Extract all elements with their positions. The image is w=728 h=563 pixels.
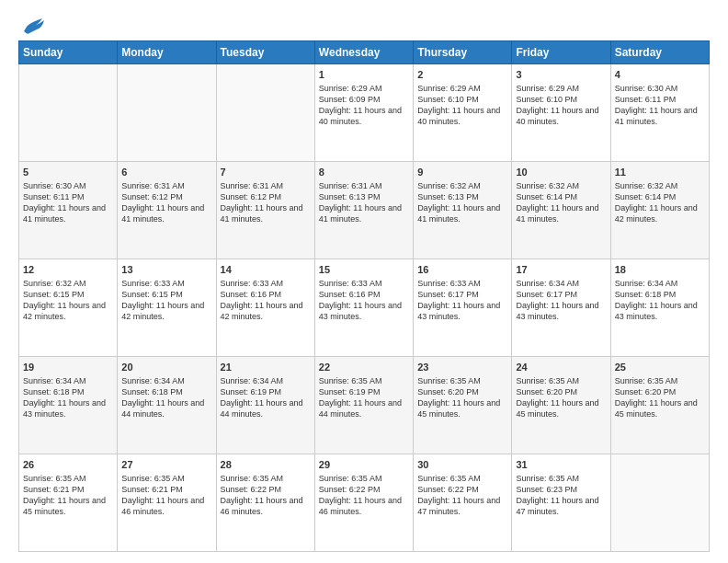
calendar-cell: 1Sunrise: 6:29 AMSunset: 6:09 PMDaylight… [314,64,413,162]
logo [18,15,46,31]
calendar-cell: 15Sunrise: 6:33 AMSunset: 6:16 PMDayligh… [314,259,413,357]
weekday-header-monday: Monday [118,41,216,64]
day-info: Sunrise: 6:34 AMSunset: 6:18 PMDaylight:… [121,375,211,420]
day-number: 22 [319,361,409,374]
calendar-cell: 23Sunrise: 6:35 AMSunset: 6:20 PMDayligh… [414,357,512,454]
day-info: Sunrise: 6:35 AMSunset: 6:20 PMDaylight:… [615,375,705,420]
day-number: 2 [417,68,507,82]
day-number: 1 [319,68,409,82]
calendar-cell: 2Sunrise: 6:29 AMSunset: 6:10 PMDaylight… [414,64,512,162]
logo-bird-icon [20,15,46,35]
day-info: Sunrise: 6:30 AMSunset: 6:11 PMDaylight:… [615,83,705,128]
day-info: Sunrise: 6:35 AMSunset: 6:22 PMDaylight:… [319,473,409,518]
calendar-cell: 25Sunrise: 6:35 AMSunset: 6:20 PMDayligh… [610,357,709,454]
week-row-1: 1Sunrise: 6:29 AMSunset: 6:09 PMDaylight… [19,64,710,162]
calendar-cell: 8Sunrise: 6:31 AMSunset: 6:13 PMDaylight… [314,162,413,259]
calendar-cell: 21Sunrise: 6:34 AMSunset: 6:19 PMDayligh… [216,357,314,454]
calendar-cell: 29Sunrise: 6:35 AMSunset: 6:22 PMDayligh… [314,454,413,552]
calendar-cell: 28Sunrise: 6:35 AMSunset: 6:22 PMDayligh… [216,454,314,552]
day-number: 11 [615,166,705,179]
day-info: Sunrise: 6:32 AMSunset: 6:15 PMDaylight:… [23,278,113,323]
calendar-cell: 22Sunrise: 6:35 AMSunset: 6:19 PMDayligh… [314,357,413,454]
day-number: 28 [221,458,311,472]
day-number: 31 [516,458,606,472]
calendar-cell: 20Sunrise: 6:34 AMSunset: 6:18 PMDayligh… [118,357,216,454]
calendar-cell: 14Sunrise: 6:33 AMSunset: 6:16 PMDayligh… [216,259,314,357]
weekday-header-wednesday: Wednesday [314,41,413,64]
day-info: Sunrise: 6:34 AMSunset: 6:18 PMDaylight:… [615,278,705,323]
day-number: 23 [417,361,507,374]
day-number: 30 [417,458,507,472]
calendar-cell: 26Sunrise: 6:35 AMSunset: 6:21 PMDayligh… [19,454,118,552]
calendar-cell: 4Sunrise: 6:30 AMSunset: 6:11 PMDaylight… [610,64,709,162]
day-number: 21 [221,361,311,374]
day-number: 15 [319,263,409,277]
calendar-cell: 13Sunrise: 6:33 AMSunset: 6:15 PMDayligh… [118,259,216,357]
day-number: 6 [121,166,211,179]
day-number: 12 [23,263,113,277]
calendar-cell: 12Sunrise: 6:32 AMSunset: 6:15 PMDayligh… [19,259,118,357]
day-info: Sunrise: 6:33 AMSunset: 6:17 PMDaylight:… [417,278,507,323]
day-info: Sunrise: 6:31 AMSunset: 6:12 PMDaylight:… [121,180,211,225]
calendar-cell [19,64,118,162]
day-number: 29 [319,458,409,472]
day-info: Sunrise: 6:34 AMSunset: 6:19 PMDaylight:… [221,375,311,420]
weekday-header-friday: Friday [512,41,610,64]
calendar-cell [610,454,709,552]
day-info: Sunrise: 6:34 AMSunset: 6:18 PMDaylight:… [23,375,113,420]
day-info: Sunrise: 6:30 AMSunset: 6:11 PMDaylight:… [23,180,113,225]
day-number: 10 [516,166,606,179]
week-row-3: 12Sunrise: 6:32 AMSunset: 6:15 PMDayligh… [19,259,710,357]
week-row-4: 19Sunrise: 6:34 AMSunset: 6:18 PMDayligh… [19,357,710,454]
calendar-cell: 11Sunrise: 6:32 AMSunset: 6:14 PMDayligh… [610,162,709,259]
calendar-cell: 7Sunrise: 6:31 AMSunset: 6:12 PMDaylight… [216,162,314,259]
calendar-cell: 18Sunrise: 6:34 AMSunset: 6:18 PMDayligh… [610,259,709,357]
day-number: 9 [417,166,507,179]
calendar-cell: 31Sunrise: 6:35 AMSunset: 6:23 PMDayligh… [512,454,610,552]
day-info: Sunrise: 6:32 AMSunset: 6:13 PMDaylight:… [417,180,507,225]
page: SundayMondayTuesdayWednesdayThursdayFrid… [0,0,728,563]
day-number: 18 [615,263,705,277]
weekday-header-tuesday: Tuesday [216,41,314,64]
calendar-cell: 5Sunrise: 6:30 AMSunset: 6:11 PMDaylight… [19,162,118,259]
day-number: 20 [121,361,211,374]
week-row-5: 26Sunrise: 6:35 AMSunset: 6:21 PMDayligh… [19,454,710,552]
day-info: Sunrise: 6:32 AMSunset: 6:14 PMDaylight:… [615,180,705,225]
day-number: 14 [221,263,311,277]
day-info: Sunrise: 6:35 AMSunset: 6:21 PMDaylight:… [23,473,113,518]
calendar-cell: 9Sunrise: 6:32 AMSunset: 6:13 PMDaylight… [414,162,512,259]
day-info: Sunrise: 6:33 AMSunset: 6:16 PMDaylight:… [319,278,409,323]
day-number: 4 [615,68,705,82]
day-info: Sunrise: 6:35 AMSunset: 6:19 PMDaylight:… [319,375,409,420]
week-row-2: 5Sunrise: 6:30 AMSunset: 6:11 PMDaylight… [19,162,710,259]
calendar-cell [216,64,314,162]
calendar-cell [118,64,216,162]
day-info: Sunrise: 6:35 AMSunset: 6:20 PMDaylight:… [516,375,606,420]
day-number: 27 [121,458,211,472]
day-info: Sunrise: 6:35 AMSunset: 6:20 PMDaylight:… [417,375,507,420]
calendar-cell: 17Sunrise: 6:34 AMSunset: 6:17 PMDayligh… [512,259,610,357]
day-number: 5 [23,166,113,179]
day-info: Sunrise: 6:29 AMSunset: 6:10 PMDaylight:… [417,83,507,128]
day-info: Sunrise: 6:29 AMSunset: 6:09 PMDaylight:… [319,83,409,128]
day-number: 16 [417,263,507,277]
day-info: Sunrise: 6:31 AMSunset: 6:13 PMDaylight:… [319,180,409,225]
calendar-cell: 19Sunrise: 6:34 AMSunset: 6:18 PMDayligh… [19,357,118,454]
day-info: Sunrise: 6:33 AMSunset: 6:16 PMDaylight:… [221,278,311,323]
day-info: Sunrise: 6:35 AMSunset: 6:21 PMDaylight:… [121,473,211,518]
day-number: 24 [516,361,606,374]
calendar-cell: 10Sunrise: 6:32 AMSunset: 6:14 PMDayligh… [512,162,610,259]
day-number: 13 [121,263,211,277]
day-info: Sunrise: 6:29 AMSunset: 6:10 PMDaylight:… [516,83,606,128]
calendar-cell: 16Sunrise: 6:33 AMSunset: 6:17 PMDayligh… [414,259,512,357]
day-info: Sunrise: 6:34 AMSunset: 6:17 PMDaylight:… [516,278,606,323]
weekday-header-row: SundayMondayTuesdayWednesdayThursdayFrid… [19,41,710,64]
day-number: 7 [221,166,311,179]
calendar-table: SundayMondayTuesdayWednesdayThursdayFrid… [18,40,710,552]
day-number: 25 [615,361,705,374]
weekday-header-thursday: Thursday [414,41,512,64]
logo-text [18,15,46,35]
day-number: 3 [516,68,606,82]
day-info: Sunrise: 6:32 AMSunset: 6:14 PMDaylight:… [516,180,606,225]
calendar-cell: 30Sunrise: 6:35 AMSunset: 6:22 PMDayligh… [414,454,512,552]
